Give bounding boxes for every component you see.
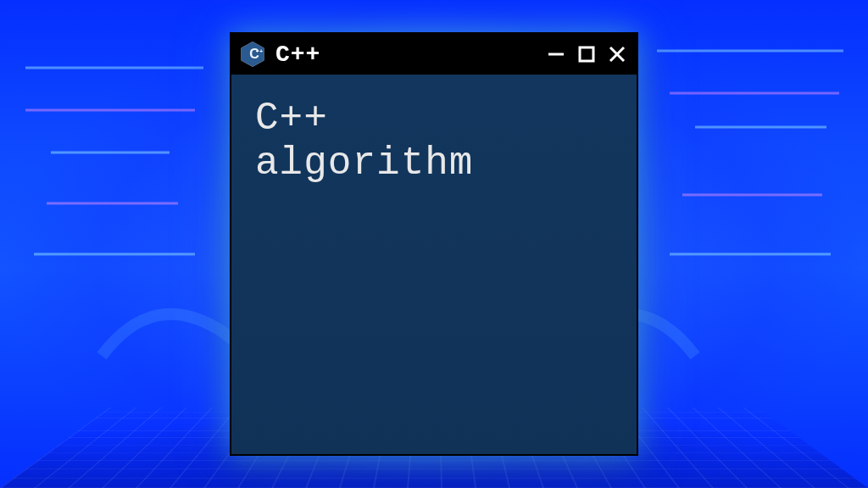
svg-text:+: + bbox=[256, 48, 259, 54]
terminal-window: C + + C++ bbox=[230, 32, 638, 456]
titlebar[interactable]: C + + C++ bbox=[231, 34, 637, 75]
maximize-button[interactable] bbox=[576, 43, 598, 65]
window-controls bbox=[545, 43, 628, 65]
cpp-hex-icon: C + + bbox=[238, 40, 267, 69]
window-title: C++ bbox=[275, 42, 320, 68]
svg-text:+: + bbox=[259, 48, 263, 54]
terminal-content: C++ algorithm bbox=[231, 75, 637, 454]
content-line-1: C++ bbox=[255, 97, 328, 141]
svg-rect-21 bbox=[580, 47, 593, 61]
content-line-2: algorithm bbox=[255, 141, 473, 186]
maximize-icon bbox=[577, 45, 596, 64]
minimize-button[interactable] bbox=[545, 43, 567, 65]
minimize-icon bbox=[547, 45, 565, 64]
close-icon bbox=[608, 45, 626, 64]
close-button[interactable] bbox=[606, 43, 628, 65]
